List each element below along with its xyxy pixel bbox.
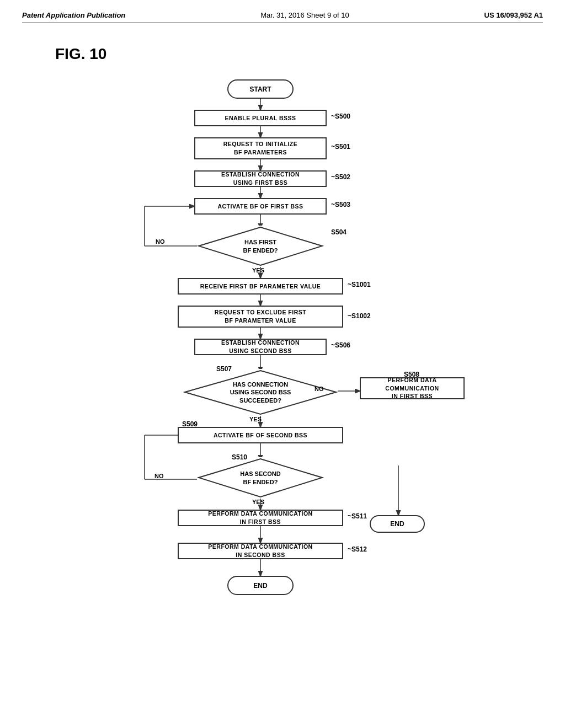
- node-s507: HAS CONNECTIONUSING SECOND BSSSUCCEEDED?: [183, 369, 338, 416]
- header-center: Mar. 31, 2016 Sheet 9 of 10: [260, 11, 349, 19]
- node-s500: ENABLE PLURAL BSSS: [194, 110, 327, 126]
- no-label-s507: NO: [315, 386, 324, 392]
- node-s511: PERFORM DATA COMMUNICATIONIN FIRST BSS: [178, 510, 343, 526]
- node-s504: HAS FIRSTBF ENDED?: [197, 226, 324, 267]
- label-s511: ~S511: [348, 512, 367, 520]
- diagram-container: FIG. 10: [22, 40, 543, 714]
- diamond-text-s507: HAS CONNECTIONUSING SECOND BSSSUCCEEDED?: [230, 381, 291, 404]
- node-s506: ESTABLISH CONNECTIONUSING SECOND BSS: [194, 339, 327, 355]
- header-right: US 16/093,952 A1: [484, 11, 543, 19]
- end-node-bottom: END: [227, 576, 294, 595]
- node-s1001: RECEIVE FIRST BF PARAMETER VALUE: [178, 278, 343, 295]
- header-left: Patent Application Publication: [22, 11, 125, 19]
- yes-label-s507: YES: [249, 416, 262, 422]
- node-s509: ACTIVATE BF OF SECOND BSS: [178, 427, 343, 443]
- label-s512: ~S512: [348, 545, 367, 553]
- label-s509: S509: [182, 420, 198, 428]
- label-s500: ~S500: [331, 113, 350, 120]
- node-s510: HAS SECONDBF ENDED?: [197, 457, 324, 499]
- node-s508: PERFORM DATA COMMUNICATIONIN FIRST BSS: [360, 377, 465, 399]
- label-s1001: ~S1001: [348, 281, 371, 288]
- end-node-right: END: [370, 515, 425, 533]
- diamond-text-s504: HAS FIRSTBF ENDED?: [243, 238, 278, 254]
- yes-label-s504: YES: [252, 267, 264, 274]
- start-node: START: [227, 79, 294, 99]
- label-s508: S508: [404, 371, 419, 378]
- no-label-s504: NO: [156, 238, 165, 245]
- label-s1002: ~S1002: [348, 312, 371, 320]
- yes-label-s510: YES: [252, 499, 264, 505]
- node-s503: ACTIVATE BF OF FIRST BSS: [194, 198, 327, 215]
- label-s502: ~S502: [331, 173, 350, 181]
- page: Patent Application Publication Mar. 31, …: [0, 0, 565, 728]
- node-s1002: REQUEST TO EXCLUDE FIRSTBF PARAMETER VAL…: [178, 306, 343, 328]
- diamond-text-s510: HAS SECONDBF ENDED?: [240, 470, 280, 486]
- page-header: Patent Application Publication Mar. 31, …: [22, 11, 543, 23]
- node-s501: REQUEST TO INITIALIZEBF PARAMETERS: [194, 137, 327, 159]
- figure-title: FIG. 10: [55, 45, 106, 63]
- node-s512: PERFORM DATA COMMUNICATIONIN SECOND BSS: [178, 543, 343, 559]
- label-s507: S507: [216, 365, 232, 373]
- flowchart: START ENABLE PLURAL BSSS ~S500 REQUEST T…: [89, 68, 476, 714]
- label-s506: ~S506: [331, 341, 350, 349]
- label-s510: S510: [232, 453, 247, 461]
- label-s501: ~S501: [331, 143, 350, 151]
- label-s504: S504: [331, 228, 347, 236]
- label-s503: ~S503: [331, 201, 350, 208]
- node-s502: ESTABLISH CONNECTIONUSING FIRST BSS: [194, 170, 327, 187]
- no-label-s510: NO: [154, 473, 164, 479]
